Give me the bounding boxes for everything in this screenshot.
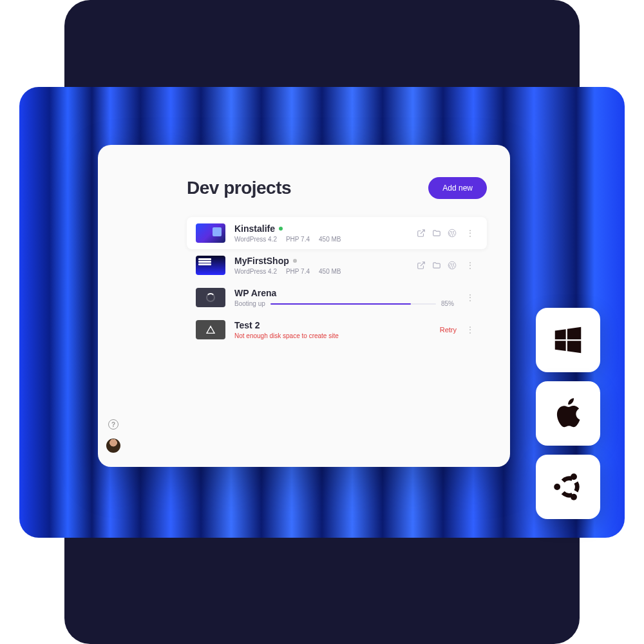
wordpress-icon[interactable] <box>448 261 457 270</box>
project-thumbnail <box>196 223 225 243</box>
folder-icon[interactable] <box>432 261 441 270</box>
left-rail: ? <box>98 145 129 467</box>
wordpress-icon[interactable] <box>448 229 457 238</box>
more-icon[interactable]: ⋮ <box>463 260 478 270</box>
project-row[interactable]: Test 2 Not enough disk space to create s… <box>187 314 487 346</box>
php-version: PHP 7.4 <box>286 236 310 243</box>
project-info: Kinstalife WordPress 4.2 PHP 7.4 450 MB <box>234 223 408 243</box>
add-new-button[interactable]: Add new <box>428 177 487 199</box>
project-actions: ⋮ <box>463 292 478 303</box>
folder-icon[interactable] <box>432 229 441 238</box>
main-content: Dev projects Add new Kinstalife WordPres… <box>129 145 510 467</box>
windows-icon <box>551 323 585 357</box>
status-dot-idle <box>293 259 297 263</box>
warning-icon <box>205 325 216 335</box>
status-dot-running <box>279 227 283 231</box>
progress-percent: 85% <box>441 300 454 307</box>
page-title: Dev projects <box>187 178 291 198</box>
open-external-icon[interactable] <box>417 261 426 270</box>
project-row[interactable]: Kinstalife WordPress 4.2 PHP 7.4 450 MB … <box>187 217 487 249</box>
project-actions: ⋮ <box>417 228 478 238</box>
project-name: Kinstalife <box>234 223 408 234</box>
project-info: MyFirstShop WordPress 4.2 PHP 7.4 450 MB <box>234 256 408 275</box>
open-external-icon[interactable] <box>417 229 426 238</box>
app-window: ? Dev projects Add new Kinstalife WordPr… <box>98 145 510 467</box>
project-name-label: Kinstalife <box>234 223 275 234</box>
project-row[interactable]: WP Arena Booting up 85% ⋮ <box>187 281 487 314</box>
os-badges <box>536 308 600 519</box>
more-icon[interactable]: ⋮ <box>463 228 478 238</box>
more-icon[interactable]: ⋮ <box>463 292 478 303</box>
project-status: Booting up 85% <box>234 300 454 307</box>
project-name-label: Test 2 <box>234 320 260 330</box>
spinner-icon <box>206 293 215 302</box>
size: 450 MB <box>319 236 341 243</box>
apple-badge[interactable] <box>536 381 600 446</box>
project-name-label: MyFirstShop <box>234 256 289 266</box>
project-name: Test 2 <box>234 320 431 330</box>
project-thumbnail-error <box>196 320 225 339</box>
svg-point-2 <box>554 484 560 490</box>
project-meta: WordPress 4.2 PHP 7.4 450 MB <box>234 236 408 243</box>
project-row[interactable]: MyFirstShop WordPress 4.2 PHP 7.4 450 MB… <box>187 249 487 281</box>
project-info: Test 2 Not enough disk space to create s… <box>234 320 431 339</box>
more-icon[interactable]: ⋮ <box>463 325 478 335</box>
help-icon[interactable]: ? <box>108 419 118 430</box>
wp-version: WordPress 4.2 <box>234 236 277 243</box>
project-name: MyFirstShop <box>234 256 408 266</box>
project-info: WP Arena Booting up 85% <box>234 288 454 307</box>
windows-badge[interactable] <box>536 308 600 372</box>
ubuntu-icon <box>551 469 585 504</box>
project-name-label: WP Arena <box>234 288 276 298</box>
project-name: WP Arena <box>234 288 454 298</box>
progress-bar <box>270 303 436 305</box>
project-actions: Retry ⋮ <box>440 325 478 335</box>
avatar[interactable] <box>106 439 120 453</box>
progress-fill <box>270 303 412 305</box>
size: 450 MB <box>319 268 341 275</box>
project-actions: ⋮ <box>417 260 478 270</box>
wp-version: WordPress 4.2 <box>234 268 277 275</box>
project-thumbnail-loading <box>196 288 225 307</box>
project-thumbnail <box>196 256 225 275</box>
status-label: Booting up <box>234 300 265 307</box>
retry-button[interactable]: Retry <box>440 326 457 334</box>
error-message: Not enough disk space to create site <box>234 332 431 339</box>
project-meta: WordPress 4.2 PHP 7.4 450 MB <box>234 268 408 275</box>
apple-icon <box>551 396 585 431</box>
ubuntu-badge[interactable] <box>536 455 600 519</box>
header: Dev projects Add new <box>187 177 487 199</box>
php-version: PHP 7.4 <box>286 268 310 275</box>
